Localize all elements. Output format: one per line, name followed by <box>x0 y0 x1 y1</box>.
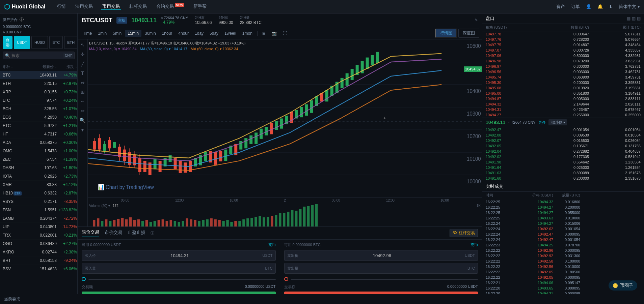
coin-row[interactable]: HT 4.7317 +0.66% <box>0 130 77 139</box>
nav-profile-icon[interactable]: 👤 <box>586 4 591 9</box>
ob-bid-row[interactable]: 10492.04 0.272882 0.404637 <box>482 149 644 154</box>
ob-ask-row[interactable]: 10497.78 0.000647 5.077311 <box>482 31 644 37</box>
ob-bid-row[interactable]: 10491.60 0.200000 2.351673 <box>482 176 644 181</box>
coin-row[interactable]: ZEC 67.54 +1.39% <box>0 155 77 164</box>
ob-decimal-selector[interactable]: 2位小数 ▾ <box>548 119 567 125</box>
nav-futures[interactable]: 合约交易 NEW <box>155 3 186 10</box>
col-change[interactable]: 涨跌 ↓ <box>57 64 77 69</box>
tool-arrow-down[interactable]: ▼ <box>80 127 85 132</box>
coin-row[interactable]: BCH 328.56 +1.07% <box>0 105 77 113</box>
buy-price-input[interactable] <box>97 253 263 258</box>
nav-margin[interactable]: 杠杆交易 <box>128 3 148 10</box>
tf-5min[interactable]: 5min <box>110 30 124 37</box>
tab-zixuan[interactable]: 自选 <box>3 36 12 49</box>
ob-icon-1[interactable]: ▦ <box>627 16 630 21</box>
tf-1week[interactable]: 1week <box>222 30 239 37</box>
coin-row[interactable]: ETC 5.9732 +1.21% <box>0 122 77 130</box>
ob-ask-row[interactable]: 10494.32 2.149644 2.828111 <box>482 101 644 107</box>
sell-recharge-link[interactable]: 充币 <box>471 242 478 247</box>
tf-1hour[interactable]: 1hour <box>159 30 175 37</box>
buy-qty-input[interactable] <box>97 266 265 271</box>
buy-slider-thumb[interactable] <box>82 277 86 281</box>
ob-ask-row[interactable]: 10496.56 0.003000 3.462731 <box>482 69 644 74</box>
coin-row[interactable]: AKRO 0.02744 +2.38% <box>0 248 77 256</box>
ob-icon-3[interactable]: ▤ <box>637 16 641 21</box>
tf-30min[interactable]: 30min <box>142 30 159 37</box>
coin-row[interactable]: LTC 97.74 +0.24% <box>0 96 77 105</box>
nav-fiat[interactable]: 法币交易 <box>74 3 94 10</box>
leverage-button[interactable]: 5X 杠杆交易 <box>450 229 478 237</box>
tf-4hour[interactable]: 4hour <box>176 30 191 37</box>
tool-zoom-out[interactable]: 🔍 <box>80 118 85 123</box>
tab-husd[interactable]: HUSD <box>31 36 48 49</box>
coin-row[interactable]: OMG 1.5478 +1.00% <box>0 147 77 155</box>
sell-slider-thumb[interactable] <box>284 277 288 281</box>
tool-back[interactable]: ← <box>80 99 85 104</box>
ob-ask-row[interactable]: 10494.31 0.423467 0.678467 <box>482 107 644 112</box>
sell-qty-input[interactable] <box>299 266 468 271</box>
chart-indicator-1[interactable]: ⊞ <box>260 30 268 37</box>
coin-row[interactable]: BSV 151.4628 +6.06% <box>0 265 77 273</box>
ob-bid-row[interactable]: 10492.02 0.177305 0.581942 <box>482 154 644 159</box>
nav-orders[interactable]: 订单 <box>571 4 580 10</box>
tab-btc[interactable]: BTC <box>49 36 63 49</box>
tool-line[interactable]: ╱ <box>81 61 84 66</box>
tab-limit[interactable]: 限价交易 <box>82 229 99 237</box>
tf-1mon[interactable]: 1mon <box>240 30 255 37</box>
tab-stop[interactable]: 止盈止损 <box>128 230 145 237</box>
ob-ask-row[interactable]: 10496.97 0.300000 3.762731 <box>482 64 644 69</box>
coin-row[interactable]: XRP 0.3155 +0.73% <box>0 88 77 96</box>
ob-ask-row[interactable]: 10495.74 0.063900 3.459731 <box>482 74 644 80</box>
ob-ask-row[interactable]: 10494.87 0.005000 2.833111 <box>482 96 644 101</box>
tool-text[interactable]: T <box>81 70 84 76</box>
coin-row[interactable]: ADA 0.058375 +0.30% <box>0 139 77 147</box>
sell-price-input[interactable] <box>299 253 465 258</box>
form-info-icon[interactable]: ⓘ <box>151 231 154 236</box>
logo[interactable]: ⬡ Huobi Global <box>4 3 46 11</box>
coin-row[interactable]: DASH 107.63 +1.80% <box>0 164 77 172</box>
tf-time[interactable]: Time <box>80 30 95 37</box>
coin-row[interactable]: HB10ETP 0.6332 +2.87% <box>0 189 77 197</box>
search-input[interactable] <box>11 53 62 58</box>
col-coin[interactable]: 币种 ↓ <box>3 64 30 69</box>
tool-pen[interactable]: ✏ <box>81 108 85 114</box>
coin-row[interactable]: LAMB 0.204374 -2.72% <box>0 214 77 223</box>
coin-row[interactable]: IOTA 0.2926 +2.73% <box>0 172 77 181</box>
coin-row[interactable]: FSN 1.5951 +138.82% <box>0 206 77 214</box>
coin-row[interactable]: ETH 220.15 +2.97% <box>0 80 77 88</box>
tf-1min[interactable]: 1min <box>95 30 109 37</box>
nav-bell-icon[interactable]: 🔔 <box>597 4 603 9</box>
ob-icon-2[interactable]: ▥ <box>632 16 636 21</box>
tool-indicators[interactable]: ⊞ <box>81 89 85 95</box>
edit-icon[interactable]: ✎ <box>475 18 478 23</box>
ob-more-link[interactable]: 更多 <box>538 120 546 125</box>
coin-row[interactable]: BHT 0.058158 -9.24% <box>0 256 77 265</box>
ob-ask-row[interactable]: 10495.08 0.010920 3.195831 <box>482 85 644 91</box>
ob-ask-row[interactable]: 10497.76 0.728200 5.076664 <box>482 37 644 42</box>
ob-ask-row[interactable]: 10494.27 0.255000 0.255000 <box>482 112 644 118</box>
tf-5day[interactable]: 5day <box>207 30 221 37</box>
nav-download-icon[interactable]: ⬇ <box>609 4 613 9</box>
coin-row[interactable]: EOS 4.2950 +0.40% <box>0 113 77 122</box>
ob-bid-row[interactable]: 10492.47 0.001054 0.001054 <box>482 127 644 132</box>
coin-row[interactable]: TRX 0.022001 +0.21% <box>0 231 77 240</box>
chart-screenshot[interactable]: 📷 <box>269 30 279 37</box>
ob-ask-row[interactable]: 10495.00 0.351800 3.184911 <box>482 91 644 96</box>
ob-bid-row[interactable]: 10491.98 0.654642 1.236584 <box>482 159 644 165</box>
tool-crosshair[interactable]: ✛ <box>81 52 85 57</box>
coin-row[interactable]: BTC 10493.11 +4.79% <box>0 71 77 80</box>
coin-row[interactable]: XMR 83.88 +4.12% <box>0 181 77 189</box>
chart-fullscreen[interactable]: ⛶ <box>280 30 290 37</box>
col-price[interactable]: 最新价 ↓ <box>30 64 57 69</box>
tab-eth[interactable]: ETH <box>64 36 78 49</box>
view-candlestick[interactable]: 行情图 <box>435 29 457 38</box>
ob-ask-row[interactable]: 10497.75 0.014807 4.348464 <box>482 42 644 48</box>
tf-15min[interactable]: 15min <box>125 30 141 37</box>
tool-measure[interactable]: ⇔ <box>81 80 85 85</box>
ob-bid-row[interactable]: 10492.05 0.105671 0.131755 <box>482 143 644 149</box>
tab-market[interactable]: 市价交易 <box>105 230 122 237</box>
nav-spot[interactable]: 币币交易 <box>101 3 121 10</box>
coin-row[interactable]: UIP 0.040801 -14.73% <box>0 223 77 231</box>
tab-usdt[interactable]: USDT <box>14 36 30 49</box>
ob-ask-row[interactable]: 10495.30 0.200000 3.395831 <box>482 80 644 85</box>
